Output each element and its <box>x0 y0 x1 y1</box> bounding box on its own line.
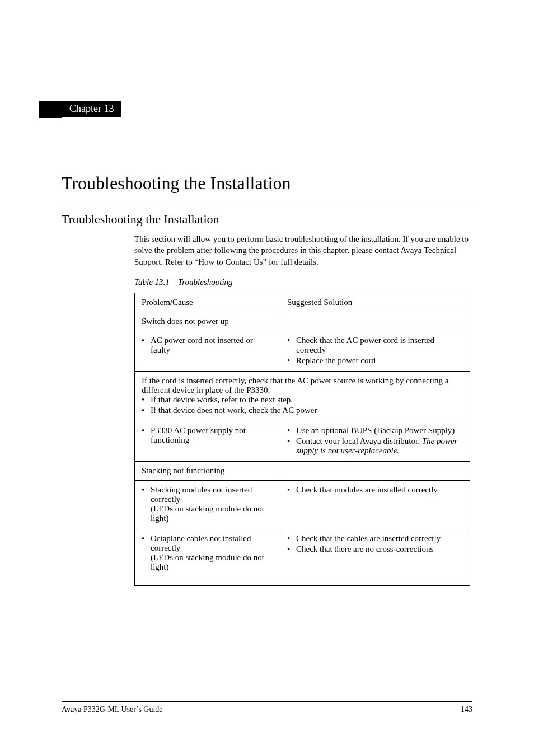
table-row: If the cord is inserted correctly, check… <box>135 371 470 421</box>
solution-psu-2-pre: Contact your local Avaya distributor. <box>296 436 422 445</box>
footer-page-number: 143 <box>461 705 472 714</box>
table-row: P3330 AC power supply not functioning Us… <box>135 421 470 461</box>
troubleshooting-table: Problem/Cause Suggested Solution Switch … <box>134 293 470 586</box>
problem-octaplane: Octaplane cables not installed correctly… <box>142 534 274 572</box>
solution-octaplane-2: Check that there are no cross-correction… <box>287 544 464 554</box>
chapter-bar: Chapter 13 <box>62 101 472 117</box>
problem-octaplane-line1: Octaplane cables not installed correctly <box>151 534 251 552</box>
table-header-problem: Problem/Cause <box>135 293 280 312</box>
problem-stacking-modules-line2: (LEDs on stacking module do not light) <box>151 504 264 523</box>
section-intro: This section will allow you to perform b… <box>134 233 472 267</box>
cord-check-text: If the cord is inserted correctly, check… <box>142 376 464 395</box>
table-row: Stacking modules not inserted correctly … <box>135 480 470 529</box>
chapter-title: Troubleshooting the Installation <box>62 173 472 194</box>
table-header-solution: Suggested Solution <box>280 293 470 312</box>
table-row-stacking-header: Stacking not functioning <box>135 461 470 480</box>
solution-psu-1: Use an optional BUPS (Backup Power Suppl… <box>287 426 464 435</box>
cord-check-bullet-1: If that device works, refer to the next … <box>142 395 464 405</box>
problem-stacking-modules-line1: Stacking modules not inserted correctly <box>151 485 252 504</box>
table-row: Octaplane cables not installed correctly… <box>135 529 470 585</box>
solution-octaplane-1: Check that the cables are inserted corre… <box>287 534 464 543</box>
problem-psu: P3330 AC power supply not functioning <box>142 426 274 445</box>
solution-ac-cord-1: Check that the AC power cord is inserted… <box>287 336 464 355</box>
footer-left: Avaya P332G-ML User’s Guide <box>62 705 163 714</box>
problem-octaplane-line2: (LEDs on stacking module do not light) <box>151 553 264 571</box>
section-title: Troubleshooting the Installation <box>62 212 472 227</box>
table-caption: Table 13.1 Troubleshooting <box>134 278 472 287</box>
problem-ac-cord: AC power cord not inserted or faulty <box>142 336 274 355</box>
solution-ac-cord-2: Replace the power cord <box>287 356 464 365</box>
chapter-bar-accent <box>39 101 62 118</box>
cord-check-bullet-2: If that device does not work, check the … <box>142 406 464 415</box>
solution-psu-2: Contact your local Avaya distributor. Th… <box>287 436 464 456</box>
table-row-switch-header: Switch does not power up <box>135 312 470 331</box>
solution-stacking-modules-1: Check that modules are installed correct… <box>287 485 464 495</box>
chapter-label: Chapter 13 <box>62 101 121 117</box>
problem-stacking-modules: Stacking modules not inserted correctly … <box>142 485 274 523</box>
table-row: AC power cord not inserted or faulty Che… <box>135 331 470 371</box>
divider-rule <box>62 204 472 204</box>
table-caption-number: Table 13.1 <box>134 278 170 287</box>
page-footer: Avaya P332G-ML User’s Guide 143 <box>62 701 472 714</box>
table-caption-title: Troubleshooting <box>178 278 233 287</box>
